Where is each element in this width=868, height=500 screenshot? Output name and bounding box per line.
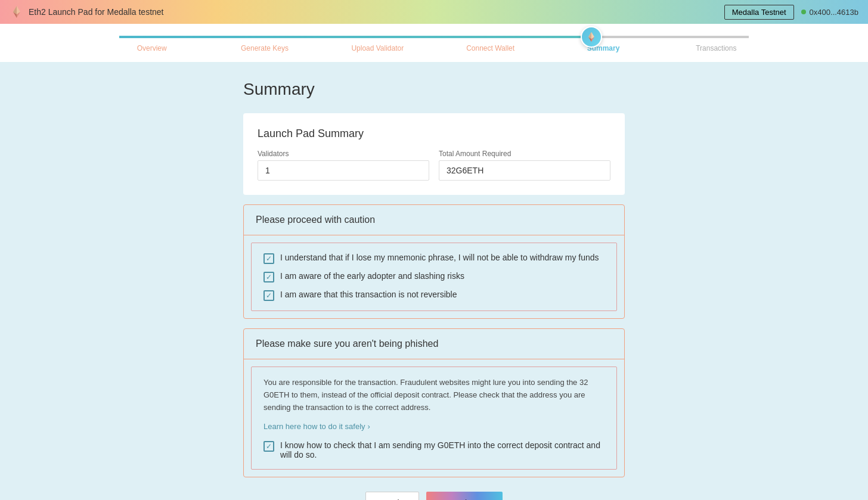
phishing-checkbox-icon[interactable]: ✓	[264, 441, 274, 452]
step-upload-validator[interactable]: Upload Validator	[321, 44, 434, 52]
svg-marker-3	[13, 6, 17, 14]
wallet-address-text: 0x400...4613b	[810, 8, 858, 17]
progress-track	[119, 36, 749, 38]
wallet-info: 0x400...4613b	[801, 8, 858, 17]
content-wrapper: Summary Launch Pad Summary Validators 1 …	[243, 80, 625, 477]
caution-label-2: I am aware of the early adopter and slas…	[280, 271, 464, 281]
phishing-link[interactable]: Learn here how to do it safely ›	[264, 422, 370, 431]
phishing-header: Please make sure you aren't being phishe…	[244, 329, 624, 359]
summary-card-title: Launch Pad Summary	[258, 128, 610, 140]
summary-fields: Validators 1 Total Amount Required 32G6E…	[258, 150, 610, 181]
eth-logo-icon	[10, 5, 24, 19]
caution-label-1: I understand that if I lose my mnemonic …	[280, 253, 599, 262]
header-right: Medalla Testnet 0x400...4613b	[724, 5, 858, 20]
caution-label-3: I am aware that this transaction is not …	[280, 290, 457, 299]
brand: Eth2 Launch Pad for Medalla testnet	[10, 5, 163, 19]
total-amount-field: Total Amount Required 32G6ETH	[439, 150, 610, 181]
checkbox-1-icon[interactable]: ✓	[264, 253, 274, 264]
validators-label: Validators	[258, 150, 429, 158]
progress-filled	[119, 36, 591, 38]
total-amount-label: Total Amount Required	[439, 150, 610, 158]
caution-checkbox-1: ✓ I understand that if I lose my mnemoni…	[264, 253, 604, 264]
caution-checkbox-2: ✓ I am aware of the early adopter and sl…	[264, 271, 604, 282]
back-button[interactable]: Back	[365, 492, 418, 500]
caution-card: Please proceed with caution ✓ I understa…	[243, 204, 625, 319]
checkbox-3-icon[interactable]: ✓	[264, 290, 274, 301]
step-transactions[interactable]: Transactions	[660, 44, 773, 52]
total-amount-value: 32G6ETH	[439, 160, 610, 181]
main-content: Summary Launch Pad Summary Validators 1 …	[0, 62, 868, 500]
progress-icon	[581, 26, 602, 48]
progress-empty	[591, 36, 749, 38]
caution-header: Please proceed with caution	[244, 205, 624, 235]
phishing-card: Please make sure you aren't being phishe…	[243, 328, 625, 477]
validators-value: 1	[258, 160, 429, 181]
button-row: Back Continue	[0, 492, 868, 500]
validators-field: Validators 1	[258, 150, 429, 181]
phishing-text: You are responsible for the transaction.…	[264, 377, 604, 414]
progress-bar	[0, 36, 868, 38]
page-title: Summary	[243, 80, 625, 99]
app-header: Eth2 Launch Pad for Medalla testnet Meda…	[0, 0, 868, 24]
phishing-link-text: Learn here how to do it safely	[264, 422, 365, 431]
summary-card: Launch Pad Summary Validators 1 Total Am…	[243, 113, 625, 195]
checkbox-2-icon[interactable]: ✓	[264, 272, 274, 282]
phishing-body: You are responsible for the transaction.…	[251, 367, 617, 470]
caution-body: ✓ I understand that if I lose my mnemoni…	[251, 243, 617, 311]
network-button[interactable]: Medalla Testnet	[724, 5, 794, 20]
phishing-checkbox-label: I know how to check that I am sending my…	[280, 440, 604, 459]
chevron-right-icon: ›	[368, 422, 370, 431]
caution-checkbox-3: ✓ I am aware that this transaction is no…	[264, 290, 604, 301]
progress-section: Overview Generate Keys Upload Validator …	[0, 24, 868, 62]
connection-status-dot	[801, 10, 806, 14]
step-summary[interactable]: Summary	[547, 44, 659, 52]
step-connect-wallet[interactable]: Connect Wallet	[434, 44, 547, 52]
step-generate-keys[interactable]: Generate Keys	[208, 44, 321, 52]
continue-button[interactable]: Continue	[426, 492, 503, 500]
svg-marker-7	[588, 32, 591, 39]
step-overview[interactable]: Overview	[95, 44, 208, 52]
step-labels: Overview Generate Keys Upload Validator …	[0, 44, 868, 62]
phishing-checkbox: ✓ I know how to check that I am sending …	[264, 440, 604, 459]
app-title: Eth2 Launch Pad for Medalla testnet	[29, 7, 163, 17]
